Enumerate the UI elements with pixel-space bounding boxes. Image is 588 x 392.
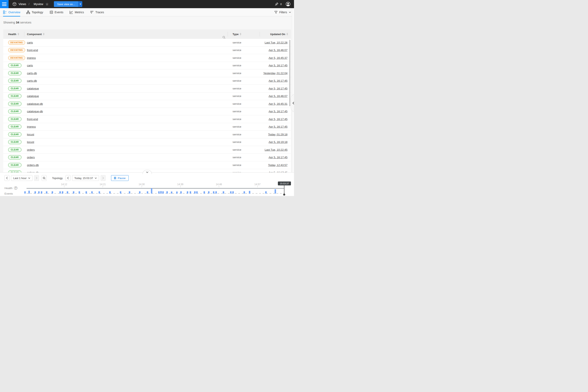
table-row[interactable]: CLEAR orders service Apr 5, 16:17:45 [3, 154, 291, 162]
event-bar[interactable] [204, 191, 205, 194]
col-header-component[interactable]: Component [27, 33, 42, 36]
vertical-scrollbar-thumb[interactable] [289, 40, 290, 106]
updated-on-link[interactable]: Apr 5, 16:17:45 [269, 79, 288, 82]
table-row[interactable]: CLEAR locust service Today, 01:29:18 [3, 131, 291, 138]
updated-on-link[interactable]: Apr 5, 16:46:07 [269, 94, 288, 98]
event-bar[interactable] [28, 191, 30, 194]
hamburger-menu-button[interactable] [0, 0, 8, 8]
component-link[interactable]: carts [27, 64, 33, 67]
event-bar[interactable] [176, 192, 178, 194]
component-link[interactable]: front-end [27, 48, 38, 52]
event-bar[interactable] [158, 191, 160, 194]
event-bar[interactable] [120, 191, 121, 194]
table-row[interactable]: CLEAR catalogue service Apr 5, 16:17:45 [3, 85, 291, 92]
table-row[interactable]: CLEAR front-end service Apr 5, 16:17:45 [3, 115, 291, 123]
updated-on-link[interactable]: Apr 5, 16:17:45 [269, 156, 288, 159]
component-link[interactable]: front-end [27, 118, 38, 121]
component-link[interactable]: carts-db [27, 72, 37, 75]
event-bar[interactable] [216, 191, 217, 194]
component-link[interactable]: locust [27, 140, 34, 144]
event-bar[interactable] [162, 191, 164, 194]
tab-events[interactable]: Events [49, 8, 63, 16]
component-link[interactable]: locust [27, 133, 34, 136]
tab-overview[interactable]: Overview [3, 8, 20, 16]
current-time-dropdown[interactable]: Today, 15:03:37 [72, 175, 99, 181]
save-view-as-button[interactable]: Save view as... [54, 1, 82, 7]
updated-on-link[interactable]: Apr 5, 16:45:37 [269, 56, 288, 60]
table-row[interactable]: CLEAR catalogue service Apr 5, 16:46:07 [3, 92, 291, 100]
component-link[interactable]: catalogue [27, 94, 39, 98]
event-bar[interactable] [151, 188, 152, 194]
component-link[interactable]: orders [27, 156, 35, 159]
updated-on-link[interactable]: Apr 5, 16:17:45 [269, 87, 288, 90]
sort-icon-updated-on[interactable] [286, 33, 288, 35]
event-bar[interactable] [73, 191, 74, 194]
event-bar[interactable] [78, 191, 80, 194]
event-bar[interactable] [213, 191, 214, 194]
event-bar[interactable] [67, 191, 68, 194]
event-bar[interactable] [171, 192, 172, 194]
filters-button[interactable]: Filters [274, 8, 291, 16]
event-bar[interactable] [196, 191, 198, 194]
health-timeline-line[interactable] [26, 188, 284, 189]
table-row[interactable]: CLEAR carts-db service Apr 5, 16:17:45 [3, 77, 291, 85]
event-bar[interactable] [98, 191, 100, 194]
component-link[interactable]: catalogue-db [27, 102, 43, 105]
tab-traces[interactable]: Traces [90, 8, 104, 16]
event-bar[interactable] [86, 191, 87, 194]
component-link[interactable]: carts [27, 41, 33, 44]
playhead-line[interactable] [284, 186, 284, 194]
tab-topology[interactable]: Topology [26, 8, 43, 16]
updated-on-link[interactable]: Last Tue, 10:22:26 [264, 41, 288, 44]
updated-on-link[interactable]: Apr 5, 16:19:18 [269, 140, 288, 144]
component-link[interactable]: orders [27, 148, 35, 151]
component-link[interactable]: ingress [27, 125, 36, 128]
playhead-dot[interactable] [283, 194, 285, 196]
pin-icon[interactable] [274, 2, 279, 6]
breadcrumb-views[interactable]: Views [18, 2, 26, 6]
table-row[interactable]: CLEAR carts-db service Yesterday, 01:22:… [3, 70, 291, 77]
help-icon[interactable]: ? [14, 186, 17, 190]
updated-on-link[interactable]: Apr 5, 16:17:45 [269, 64, 288, 67]
event-bar[interactable] [244, 191, 245, 194]
event-bar[interactable] [265, 191, 267, 194]
event-bar[interactable] [249, 191, 250, 194]
col-header-updated-on[interactable]: Updated On [270, 33, 285, 36]
tab-metrics[interactable]: Metrics [70, 8, 84, 16]
table-row[interactable]: CLEAR carts service Apr 5, 16:17:45 [3, 62, 291, 70]
search-icon[interactable] [222, 36, 226, 39]
component-link[interactable]: orders-db [27, 164, 39, 166]
sort-icon-health[interactable] [18, 33, 19, 35]
event-bar[interactable] [60, 191, 61, 194]
time-back-button[interactable] [66, 175, 70, 181]
time-range-dropdown[interactable]: Last 1 hour [11, 175, 32, 181]
range-forward-button[interactable] [34, 175, 39, 181]
component-link[interactable]: carts-db [27, 79, 37, 82]
event-bar[interactable] [24, 191, 26, 194]
table-row[interactable]: CLEAR orders-db service Today, 12:43:57 [3, 161, 291, 169]
event-bar[interactable] [194, 191, 196, 194]
col-header-health[interactable]: Health [8, 33, 16, 36]
event-bar[interactable] [34, 191, 36, 194]
event-bar[interactable] [274, 189, 276, 194]
updated-on-link[interactable]: Apr 5, 16:17:45 [269, 118, 288, 121]
event-bar[interactable] [232, 191, 234, 194]
pause-button[interactable]: Pause [111, 175, 128, 181]
user-avatar-icon[interactable] [286, 2, 291, 7]
updated-on-link[interactable]: Today, 12:43:57 [268, 164, 288, 166]
event-bar[interactable] [52, 191, 53, 194]
favorite-star-icon[interactable]: ☆ [46, 2, 48, 6]
table-row[interactable]: CLEAR catalogue-db service Apr 5, 16:45:… [3, 100, 291, 108]
updated-on-link[interactable]: Yesterday, 01:22:04 [263, 72, 288, 75]
event-bar[interactable] [223, 191, 224, 194]
event-bar[interactable] [91, 191, 93, 194]
event-bar[interactable] [46, 191, 47, 194]
save-view-as-label[interactable]: Save view as... [54, 1, 78, 7]
col-header-type[interactable]: Type [232, 33, 238, 36]
event-bar[interactable] [62, 191, 63, 194]
event-bar[interactable] [208, 191, 210, 194]
sort-icon-component[interactable] [43, 33, 44, 35]
time-forward-button[interactable] [101, 175, 106, 181]
event-bar[interactable] [139, 191, 140, 194]
right-panel-expand-handle[interactable] [291, 94, 294, 112]
